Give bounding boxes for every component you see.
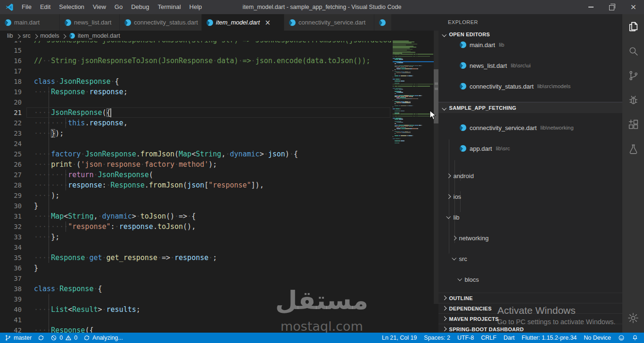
editor-tab-news_list.dart[interactable]: news_list.dart [60, 14, 119, 31]
activity-extensions-icon[interactable] [622, 112, 644, 137]
editor-tab-connectivity_status.dart[interactable]: connectivity_status.dart [120, 14, 201, 31]
status-right-item-0[interactable]: Ln 21, Col 19 [382, 335, 417, 341]
tree-item-networking[interactable]: networking [438, 233, 622, 243]
code-line[interactable]: 22········this.response, [0, 118, 392, 128]
open-editor-name: main.dart [470, 41, 495, 49]
line-number: 36 [0, 263, 22, 273]
editor-tab-connectivity_service.dart[interactable]: connectivity_service.dart [284, 14, 374, 31]
section-outline[interactable]: OUTLINE [438, 293, 622, 303]
activity-settings-icon[interactable] [627, 312, 639, 326]
code-line[interactable]: 27········return·JsonResponse( [0, 170, 392, 180]
minimize-button[interactable] [580, 0, 602, 14]
code-line[interactable]: 35····Response·get·get_response·=>·respo… [0, 253, 392, 263]
activity-search-icon[interactable] [622, 39, 644, 63]
code-line[interactable]: 25····factory·JsonResponse.fromJson(Map<… [0, 149, 392, 159]
status-left-item-0[interactable]: master [5, 335, 32, 341]
window-controls: × [580, 0, 644, 14]
code-line[interactable]: 17 [0, 66, 392, 76]
code-line[interactable]: 30} [0, 201, 392, 211]
code-line[interactable]: 32········"response":·response.toJson(), [0, 221, 392, 232]
open-editor-item-connectivity_service.dart[interactable]: connectivity_service.dartlib\networking [438, 122, 622, 133]
code-line[interactable]: 28········response:·Response.fromJson(js… [0, 180, 392, 190]
menu-edit[interactable]: Edit [36, 0, 55, 14]
open-editor-item-news_list.dart[interactable]: news_list.dartlib\src\ui [438, 60, 622, 71]
section-label: MAVEN PROJECTS [449, 316, 499, 322]
tree-item-src[interactable]: src [438, 253, 622, 264]
open-editor-item-connectivity_status.dart[interactable]: connectivity_status.dartlib\src\models [438, 81, 622, 91]
status-right-item-1[interactable]: Spaces: 2 [424, 335, 450, 341]
status-warning-icon [65, 335, 72, 341]
status-right-item-8[interactable] [632, 335, 638, 341]
code-line[interactable]: 20 [0, 97, 392, 107]
tab-close-icon[interactable]: × [264, 18, 271, 27]
menu-file[interactable]: File [17, 0, 36, 14]
chevron-right-icon [442, 296, 446, 300]
tree-item-android[interactable]: android [438, 171, 622, 181]
code-line[interactable]: 34 [0, 242, 392, 253]
status-sync-icon [83, 335, 90, 341]
breadcrumb-item-lib[interactable]: lib [7, 33, 13, 39]
tree-item-blocs[interactable]: blocs [438, 274, 622, 285]
menu-debug[interactable]: Debug [127, 0, 153, 14]
editor-tab-partial[interactable] [374, 14, 391, 31]
status-right-item-5[interactable]: Flutter: 1.15.2-pre.34 [522, 335, 577, 341]
code-line[interactable]: 23····}); [0, 128, 392, 139]
status-label: Flutter: 1.15.2-pre.34 [522, 335, 577, 341]
activity-test-icon[interactable] [622, 137, 644, 161]
menu-selection[interactable]: Selection [55, 0, 88, 14]
status-right-item-4[interactable]: Dart [504, 335, 515, 341]
activity-explorer-icon[interactable] [622, 14, 644, 39]
code-line[interactable]: 26····print·('json·response·factory·meth… [0, 159, 392, 170]
chevron-right-icon [442, 306, 446, 310]
code-line[interactable]: 36} [0, 263, 392, 273]
open-editor-item-app.dart[interactable]: app.dartlib\src [438, 143, 622, 154]
code-line[interactable]: 31····Map<String,·dynamic>·toJson()·=>·{ [0, 211, 392, 221]
editor-tab-item_model.dart[interactable]: item_model.dart× [202, 14, 284, 31]
menu-terminal[interactable]: Terminal [153, 0, 185, 14]
section-open-editors[interactable]: OPEN EDITORS [438, 29, 622, 40]
open-editor-item-main.dart[interactable]: main.dartlib [438, 40, 622, 50]
code-line[interactable]: 18class·JsonResponse·{ [0, 76, 392, 87]
code-text: class·Response·{ [34, 284, 102, 294]
status-left-item-1[interactable] [38, 335, 44, 341]
status-right-item-2[interactable]: UTF-8 [457, 335, 474, 341]
minimap[interactable] [393, 41, 434, 295]
tree-item-lib[interactable]: lib [438, 212, 622, 222]
close-button[interactable]: × [623, 0, 644, 14]
code-text: } [34, 263, 38, 273]
code-line[interactable]: 24 [0, 139, 392, 149]
breadcrumb-item-item_model.dart[interactable]: item_model.dart [69, 33, 120, 39]
code-editor[interactable]: 14//·JsonResponse·jsonResponseFromJson(S… [0, 31, 392, 333]
breadcrumb-item-models[interactable]: models [40, 33, 59, 39]
line-number: 34 [0, 242, 22, 253]
status-left-item-2[interactable]: 00 [50, 335, 77, 341]
status-sync-icon [38, 335, 44, 341]
editor-tab-main.dart[interactable]: main.dart [0, 14, 59, 31]
menu-view[interactable]: View [89, 0, 110, 14]
tree-item-ios[interactable]: ios [438, 191, 622, 202]
activity-debug-icon[interactable] [622, 88, 644, 112]
dart-file-icon [65, 19, 71, 26]
code-line[interactable]: 15 [0, 45, 392, 56]
breadcrumb-item-src[interactable]: src [23, 33, 31, 39]
code-line[interactable]: 19····Response·response; [0, 87, 392, 97]
status-left-item-3[interactable]: Analyzing... [83, 335, 123, 341]
activity-source-control-icon[interactable] [622, 63, 644, 88]
status-right-item-6[interactable]: No Device [584, 335, 611, 341]
activity-bar [622, 14, 644, 333]
code-line[interactable]: 37 [0, 273, 392, 284]
status-right-item-3[interactable]: CRLF [481, 335, 496, 341]
mouse-cursor [429, 110, 437, 121]
menu-help[interactable]: Help [185, 0, 206, 14]
window-title: item_model.dart - sample_app_fetching - … [243, 4, 402, 10]
status-right-item-7[interactable] [618, 335, 625, 341]
menu-go[interactable]: Go [110, 0, 127, 14]
line-number: 37 [0, 273, 22, 284]
code-line[interactable]: 33····}; [0, 232, 392, 242]
restore-button[interactable] [602, 0, 623, 14]
section-project[interactable]: SAMPLE_APP_FETCHING [438, 103, 622, 113]
code-line[interactable]: 29····); [0, 190, 392, 201]
line-number: 23 [0, 128, 22, 139]
open-editor-path: lib\src\ui [511, 63, 530, 68]
code-line[interactable]: 16//··String·jsonResponseToJson(JsonResp… [0, 56, 392, 66]
